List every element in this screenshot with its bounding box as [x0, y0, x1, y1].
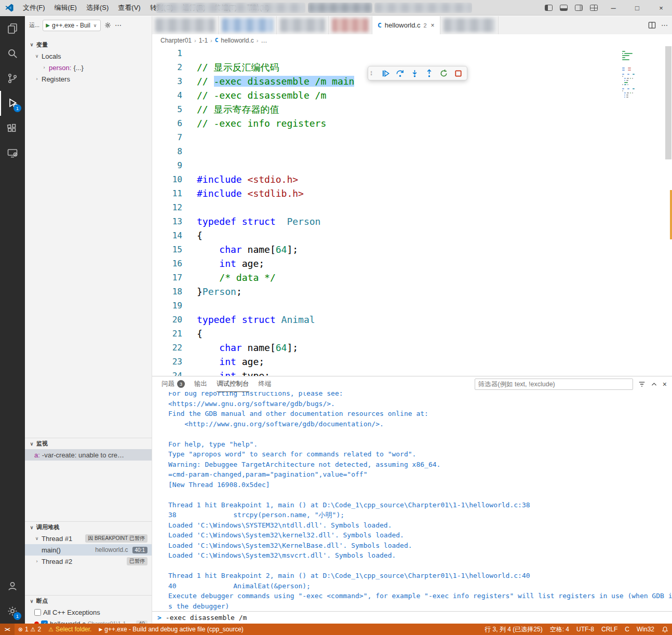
code-line[interactable]: 13typedef struct Person [152, 214, 672, 228]
breakpoints-header[interactable]: ∨ 断点 [25, 595, 152, 606]
code-line[interactable]: 14{ [152, 228, 672, 242]
panel-tab[interactable]: 终端 [259, 376, 272, 392]
exceptions-row[interactable]: All C++ Exceptions [25, 606, 152, 618]
menu-item[interactable]: 查看(V) [113, 0, 145, 16]
code-line[interactable]: 20typedef struct Animal [152, 313, 672, 327]
redacted-tab[interactable] [329, 16, 372, 34]
watch-header[interactable]: ∨ 监视 [25, 438, 152, 449]
debug-console-input[interactable] [166, 614, 672, 622]
code-line[interactable]: 6// -exec info registers [152, 116, 672, 130]
toolbar-drag-handle[interactable]: ⁞⁞ [370, 70, 378, 76]
encoding-status[interactable]: UTF-8 [573, 624, 598, 635]
cursor-position-status[interactable]: 行 3, 列 4 (已选择25) [481, 624, 546, 635]
locals-group[interactable]: ∨ Locals [25, 50, 152, 62]
problems-status[interactable]: ⊗ 1 ⚠ 2 [15, 624, 45, 635]
step-over-icon[interactable] [393, 67, 407, 79]
more-actions-icon[interactable]: ⋯ [115, 21, 122, 29]
remote-indicator[interactable]: >< [0, 624, 15, 635]
panel-close-icon[interactable]: × [663, 380, 667, 388]
redacted-tab[interactable] [219, 16, 277, 34]
console-filter-input[interactable] [475, 379, 633, 390]
debug-task-status[interactable]: ▶ g++.exe - Build and debug active file … [95, 624, 247, 635]
window-maximize-button[interactable]: □ [626, 0, 648, 16]
breadcrumb-item[interactable]: helloworld.c [221, 37, 253, 44]
run-and-debug-icon[interactable]: 1 [0, 91, 25, 116]
panel-tab[interactable]: 输出 [194, 376, 207, 392]
toggle-sidebar-icon[interactable] [545, 5, 553, 11]
select-folder-status[interactable]: ⚠ Select folder. [45, 624, 95, 635]
code-line[interactable]: 15 char name[64]; [152, 242, 672, 256]
debug-start-icon[interactable]: ▶ [46, 22, 50, 28]
code-line[interactable]: 9 [152, 158, 672, 172]
code-line[interactable]: 1 [152, 46, 672, 60]
menu-item[interactable]: 编辑(E) [50, 0, 82, 16]
tab-close-icon[interactable]: × [431, 22, 435, 29]
remote-explorer-icon[interactable] [0, 141, 25, 166]
code-line[interactable]: 17 /* data */ [152, 271, 672, 285]
editor-scrollbar[interactable] [665, 46, 671, 159]
continue-icon[interactable] [379, 67, 392, 79]
exceptions-checkbox[interactable] [34, 609, 41, 616]
code-editor[interactable]: 12// 显示反汇编代码3// -exec disassemble /m mai… [152, 46, 672, 376]
platform-status[interactable]: Win32 [633, 624, 658, 635]
window-close-button[interactable]: × [650, 0, 672, 16]
code-line[interactable]: 7 [152, 130, 672, 144]
minimap[interactable] [622, 49, 664, 99]
menu-item[interactable]: 选择(S) [82, 0, 113, 16]
notifications-bell-icon[interactable] [658, 624, 672, 635]
thread-1-row[interactable]: ∨ Thread #1 因 BREAKPOINT 已暂停 [25, 533, 152, 544]
code-line[interactable]: 23 int age; [152, 355, 672, 369]
code-line[interactable]: 4// -exec disassemble /m [152, 88, 672, 102]
code-line[interactable]: 16 int age; [152, 256, 672, 271]
redacted-tab[interactable] [440, 16, 499, 34]
search-icon[interactable] [0, 41, 25, 66]
call-stack-header[interactable]: ∨ 调用堆栈 [25, 521, 152, 533]
code-line[interactable]: 18}Person; [152, 285, 672, 299]
breadcrumb-item[interactable]: 1-1 [199, 37, 208, 44]
toggle-panel-icon[interactable] [560, 5, 568, 11]
stack-frame-row[interactable]: main() helloworld.c 40:1 [25, 544, 152, 556]
registers-group[interactable]: › Registers [25, 73, 152, 85]
step-into-icon[interactable] [408, 67, 421, 79]
source-control-icon[interactable] [0, 66, 25, 91]
thread-2-row[interactable]: › Thread #2 已暂停 [25, 556, 152, 567]
settings-gear-icon[interactable]: 1 [0, 599, 25, 624]
code-line[interactable]: 8 [152, 144, 672, 158]
split-editor-icon[interactable] [648, 21, 656, 29]
editor-more-actions-icon[interactable]: ⋯ [661, 21, 668, 29]
restart-icon[interactable] [437, 67, 450, 79]
toggle-secondary-sidebar-icon[interactable] [575, 5, 583, 11]
step-out-icon[interactable] [422, 67, 436, 79]
window-minimize-button[interactable]: ─ [602, 0, 624, 16]
debug-config-dropdown[interactable]: ▶ g++.exe - Buil ∨ [43, 20, 101, 31]
panel-maximize-chevron-icon[interactable] [651, 381, 657, 388]
panel-tab[interactable]: 问题3 [162, 376, 185, 392]
language-mode-status[interactable]: C [621, 624, 633, 635]
code-line[interactable]: 19 [152, 299, 672, 313]
watch-item[interactable]: a: -var-create: unable to cre… [25, 449, 152, 461]
debug-settings-gear-icon[interactable] [104, 21, 112, 29]
breadcrumb-item[interactable]: Charpter01 [160, 37, 192, 44]
code-line[interactable]: 24 int type; [152, 369, 672, 376]
code-line[interactable]: 10#include <stdio.h> [152, 172, 672, 186]
indentation-status[interactable]: 空格: 4 [546, 624, 573, 635]
filter-icon[interactable] [638, 381, 646, 388]
code-line[interactable]: 12 [152, 200, 672, 214]
stop-icon[interactable] [451, 67, 465, 79]
code-line[interactable]: 11#include <stdlib.h> [152, 186, 672, 200]
code-line[interactable]: 22 char name[64]; [152, 341, 672, 355]
menu-item[interactable]: 文件(F) [18, 0, 50, 16]
code-line[interactable]: 21{ [152, 327, 672, 341]
extensions-icon[interactable] [0, 116, 25, 141]
account-icon[interactable] [0, 574, 25, 599]
panel-tab[interactable]: 调试控制台 [217, 376, 249, 392]
variable-person[interactable]: › person: {...} [25, 62, 152, 73]
console-output[interactable]: For bug reporting instructions, please s… [152, 392, 672, 611]
explorer-icon[interactable] [0, 16, 25, 41]
tab-helloworld[interactable]: C helloworld.c 2 × [372, 16, 440, 34]
customize-layout-icon[interactable] [590, 5, 598, 11]
breadcrumb-item[interactable]: … [261, 37, 267, 44]
redacted-tab[interactable] [277, 16, 329, 34]
redacted-tab[interactable] [152, 16, 219, 34]
eol-status[interactable]: CRLF [598, 624, 621, 635]
